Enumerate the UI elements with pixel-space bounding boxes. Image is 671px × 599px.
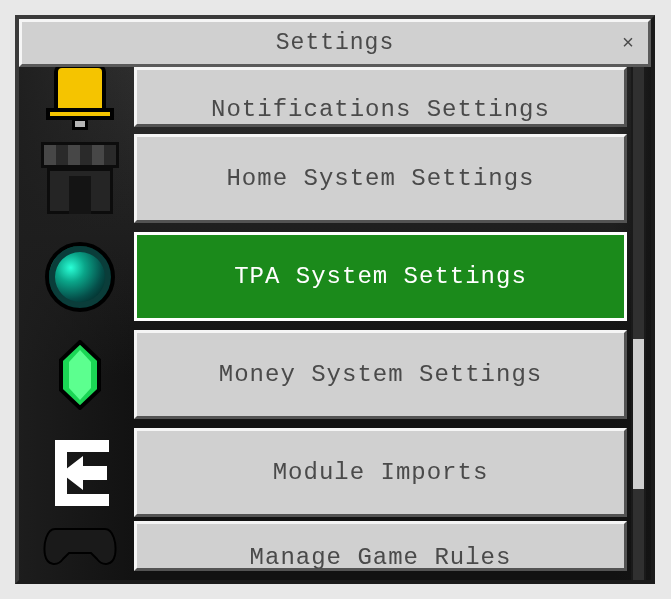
titlebar: Settings × (19, 19, 651, 67)
close-button[interactable]: × (620, 35, 636, 51)
menu-row-tpa: TPA System Settings (26, 228, 627, 325)
icon-slot (26, 133, 134, 225)
menu-button-imports[interactable]: Module Imports (134, 428, 627, 517)
settings-window: Settings × Notifications Settings (15, 15, 655, 584)
menu-label: Module Imports (273, 459, 489, 486)
window-body: Notifications Settings Home System Setti… (19, 67, 651, 580)
menu-label: Money System Settings (219, 361, 542, 388)
scrollbar-track[interactable] (631, 67, 646, 580)
icon-slot (26, 231, 134, 323)
close-icon: × (622, 32, 634, 55)
menu-row-money: Money System Settings (26, 326, 627, 423)
menu-row-home: Home System Settings (26, 130, 627, 227)
menu-label: TPA System Settings (234, 263, 527, 290)
gamepad-icon (43, 525, 117, 567)
menu-button-gamerules[interactable]: Manage Game Rules (134, 521, 627, 571)
import-arrow-icon (41, 434, 119, 512)
menu-row-gamerules: Manage Game Rules (26, 522, 627, 570)
menu-button-notifications[interactable]: Notifications Settings (134, 67, 627, 127)
icon-slot (26, 329, 134, 421)
ender-pearl-icon (45, 242, 115, 312)
bell-icon (46, 67, 114, 122)
menu-label: Notifications Settings (211, 96, 550, 123)
menu-label: Home System Settings (226, 165, 534, 192)
scrollbar-thumb[interactable] (633, 339, 644, 489)
menu-list: Notifications Settings Home System Setti… (26, 67, 627, 580)
menu-row-notifications: Notifications Settings (26, 67, 627, 129)
emerald-icon (57, 340, 103, 410)
icon-slot (26, 67, 134, 128)
menu-button-money[interactable]: Money System Settings (134, 330, 627, 419)
menu-button-home[interactable]: Home System Settings (134, 134, 627, 223)
menu-row-imports: Module Imports (26, 424, 627, 521)
menu-label: Manage Game Rules (250, 544, 512, 571)
shop-icon (41, 142, 119, 216)
window-title: Settings (276, 30, 394, 56)
icon-slot (26, 427, 134, 519)
menu-button-tpa[interactable]: TPA System Settings (134, 232, 627, 321)
